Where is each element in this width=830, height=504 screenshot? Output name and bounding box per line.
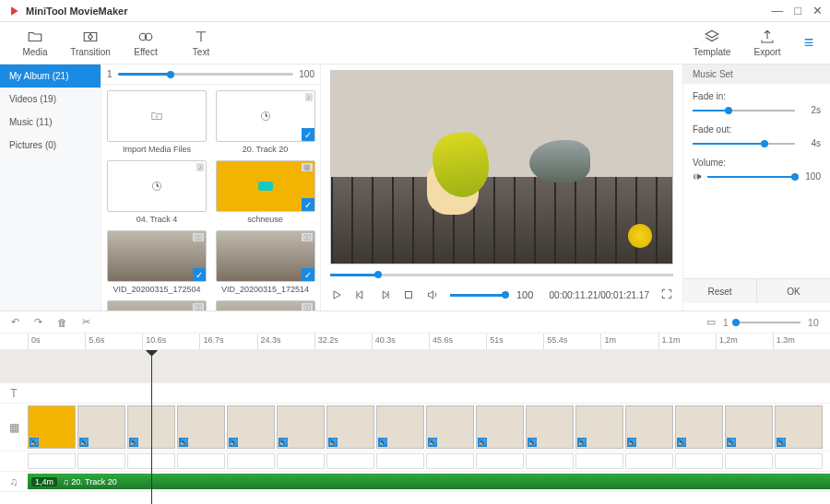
timeline-clip[interactable]: 🔊 xyxy=(77,405,125,449)
sidebar-item-music[interactable]: Music (11) xyxy=(0,111,101,134)
media-item[interactable]: ♪ 04. Track 4 xyxy=(107,160,207,229)
menu-button[interactable]: ≡ xyxy=(795,33,823,53)
sidebar-item-label: My Album xyxy=(9,71,50,81)
thumb-size-slider[interactable] xyxy=(118,73,294,76)
timeline-clip[interactable]: 🔊 xyxy=(575,405,623,449)
timeline: ↶ ↷ 🗑 ✂ ▭ 1 10 0s 5.6s 10.6s 16.7s 24.3s… xyxy=(0,311,830,504)
fit-icon[interactable]: ▭ xyxy=(706,316,716,328)
media-item-label: VID_20200315_172514 xyxy=(216,282,315,299)
reset-button[interactable]: Reset xyxy=(683,279,756,303)
media-item[interactable]: ▯▯✓ VID_20200315_172504 xyxy=(107,230,207,299)
tool-media[interactable]: Media xyxy=(7,29,63,57)
fade-out-label: Fade out: xyxy=(693,124,821,135)
thumb-size-max: 100 xyxy=(299,69,314,79)
import-icon xyxy=(150,110,163,123)
tool-template-label: Template xyxy=(694,47,731,57)
music-volume-label: Volume: xyxy=(693,158,821,168)
music-set-panel: Music Set Fade in: 2s Fade out: 4s Volum… xyxy=(682,64,830,311)
media-item[interactable]: ♪✓ 20. Track 20 xyxy=(216,90,315,158)
timeline-clip[interactable]: 🔊 xyxy=(426,405,474,449)
zoom-slider[interactable] xyxy=(736,322,800,323)
timeline-audio-wave-row[interactable] xyxy=(0,451,830,472)
media-item-label: 04. Track 4 xyxy=(107,212,207,229)
volume-value: 100 xyxy=(516,289,533,300)
music-clip[interactable]: 1,4m ♫ 20. Track 20 xyxy=(28,474,830,489)
fade-in-value: 2s xyxy=(800,105,821,115)
timeline-clip[interactable]: 🔊 xyxy=(725,405,773,449)
volume-slider[interactable] xyxy=(450,294,505,297)
sidebar-item-videos[interactable]: Videos (19) xyxy=(0,88,101,111)
minimize-button[interactable]: — xyxy=(771,4,783,18)
maximize-button[interactable]: □ xyxy=(794,4,801,18)
ok-button[interactable]: OK xyxy=(756,279,830,303)
tool-template[interactable]: Template xyxy=(684,29,740,57)
delete-button[interactable]: 🗑 xyxy=(57,317,67,328)
timeline-clip[interactable]: 🔊 xyxy=(376,405,424,449)
tool-text-label: Text xyxy=(193,47,209,57)
ruler-tick: 55.4s xyxy=(543,334,600,349)
timeline-ruler[interactable]: 0s 5.6s 10.6s 16.7s 24.3s 32.2s 40.3s 45… xyxy=(0,334,830,350)
timeline-clip[interactable]: 🔊 xyxy=(277,405,325,449)
tool-transition-label: Transition xyxy=(70,47,111,57)
media-item[interactable]: ▯▯ xyxy=(107,300,207,311)
timeline-clip[interactable]: 🔊 xyxy=(526,405,574,449)
tool-text[interactable]: Text xyxy=(173,29,229,57)
media-item-import[interactable]: Import Media Files xyxy=(107,90,207,158)
ruler-tick: 1.1m xyxy=(658,334,716,349)
ruler-tick: 0s xyxy=(28,334,85,349)
timeline-toolbar: ↶ ↷ 🗑 ✂ ▭ 1 10 xyxy=(0,311,830,334)
fade-in-slider[interactable] xyxy=(693,110,795,111)
timeline-text-row[interactable]: T xyxy=(0,383,830,404)
audio-icon xyxy=(259,110,272,123)
fade-out-slider[interactable] xyxy=(693,143,795,145)
music-clip-duration: 1,4m xyxy=(31,477,57,486)
redo-button[interactable]: ↷ xyxy=(34,316,42,328)
timeline-clip[interactable]: 🔊 xyxy=(227,405,275,449)
timeline-clip[interactable]: 🔊 xyxy=(775,405,823,449)
template-icon xyxy=(704,29,720,45)
close-button[interactable]: ✕ xyxy=(812,4,823,18)
tool-effect[interactable]: Effect xyxy=(118,29,173,57)
ruler-tick: 10.6s xyxy=(142,334,199,349)
timeline-clip[interactable]: 🔊 xyxy=(476,405,524,449)
effect-icon xyxy=(137,29,154,45)
timeline-clip[interactable]: 🔊 xyxy=(326,405,374,449)
sidebar-item-pictures[interactable]: Pictures (0) xyxy=(0,134,101,157)
timeline-clip[interactable]: 🔊 xyxy=(177,405,225,449)
sidebar-item-count: (21) xyxy=(53,71,69,81)
svg-rect-4 xyxy=(406,292,412,299)
music-volume-value: 100 xyxy=(800,171,821,182)
timeline-clip[interactable]: 🔊 xyxy=(625,405,673,449)
scrub-bar[interactable] xyxy=(330,268,673,281)
playhead[interactable] xyxy=(151,350,152,504)
undo-button[interactable]: ↶ xyxy=(11,316,19,328)
music-set-title: Music Set xyxy=(683,64,830,84)
media-item[interactable]: ▯▯ xyxy=(216,300,315,311)
prev-frame-button[interactable] xyxy=(354,288,367,301)
tool-transition[interactable]: Transition xyxy=(63,29,118,57)
timeline-clip[interactable]: 🔊 xyxy=(675,405,723,449)
ruler-tick: 16.7s xyxy=(199,334,256,349)
speaker-icon: 🕪 xyxy=(693,171,702,182)
stop-button[interactable] xyxy=(402,288,415,301)
sidebar-item-myalbum[interactable]: My Album (21) xyxy=(0,64,101,88)
timeline-clip[interactable]: 🔊 xyxy=(28,405,76,449)
timeline-video-row[interactable]: ▦ 🔊 🔊 🔊 🔊 🔊 🔊 🔊 🔊 🔊 🔊 🔊 🔊 🔊 🔊 xyxy=(0,404,830,451)
media-item[interactable]: ▦✓ schneuse xyxy=(216,160,315,229)
playback-controls: 100 00:00:11.21/00:01:21.17 xyxy=(330,283,673,307)
play-button[interactable] xyxy=(330,288,343,301)
tool-export[interactable]: Export xyxy=(740,29,795,57)
preview-viewport[interactable] xyxy=(330,70,673,264)
music-volume-slider[interactable] xyxy=(707,176,795,178)
ruler-tick: 51s xyxy=(486,334,543,349)
media-item[interactable]: ▯▯✓ VID_20200315_172514 xyxy=(216,230,315,299)
volume-icon[interactable] xyxy=(426,288,439,301)
next-frame-button[interactable] xyxy=(378,288,391,301)
timecode: 00:00:11.21/00:01:21.17 xyxy=(550,290,649,300)
fullscreen-button[interactable] xyxy=(660,287,673,302)
split-button[interactable]: ✂ xyxy=(82,316,90,328)
sidebar-item-count: (0) xyxy=(45,140,56,150)
timeline-music-row[interactable]: ♫ 1,4m ♫ 20. Track 20 xyxy=(0,472,830,492)
ruler-tick: 1.3m xyxy=(773,334,830,349)
sidebar-item-label: Music xyxy=(9,117,33,127)
